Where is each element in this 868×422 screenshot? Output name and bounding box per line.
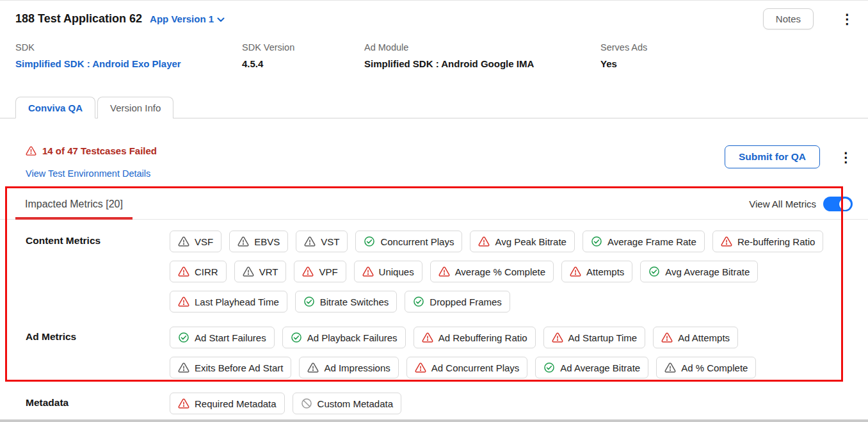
metric-chip-row: VSFEBVSVSTConcurrent PlaysAvg Peak Bitra… xyxy=(170,231,823,252)
title-group: 188 Test Application 62 App Version 1 xyxy=(15,12,225,26)
check-circle-icon xyxy=(303,296,315,307)
metric-chip[interactable]: Ad % Complete xyxy=(656,357,756,378)
check-circle-icon xyxy=(648,266,660,277)
metric-chip[interactable]: EBVS xyxy=(229,231,288,252)
metric-chip[interactable]: Exits Before Ad Start xyxy=(170,357,291,378)
metric-chip[interactable]: Re-buffering Ratio xyxy=(712,231,823,252)
chevron-down-icon xyxy=(217,13,225,24)
warning-triangle-icon xyxy=(422,332,433,343)
metric-group: MetadataRequired MetadataCustom Metadata xyxy=(26,393,853,414)
metric-chip-label: VSF xyxy=(195,236,213,247)
qa-status-left: 14 of 47 Testcases Failed View Test Envi… xyxy=(26,145,157,179)
tab-impacted-metrics[interactable]: Impacted Metrics [20] xyxy=(15,199,133,220)
sdk-version-label: SDK Version xyxy=(242,42,364,53)
metric-group-label: Ad Metrics xyxy=(26,327,170,378)
metric-chip[interactable]: Ad Concurrent Plays xyxy=(406,357,528,378)
metric-chip[interactable]: Ad Start Failures xyxy=(170,327,275,348)
metric-chip[interactable]: Uniques xyxy=(354,261,422,282)
notes-button[interactable]: Notes xyxy=(763,8,814,29)
metric-chip-label: Avg Average Bitrate xyxy=(665,266,750,277)
app-version-label: App Version 1 xyxy=(150,13,214,24)
ad-module-label: Ad Module xyxy=(364,42,600,53)
metric-chip[interactable]: Required Metadata xyxy=(170,393,285,414)
warning-triangle-icon xyxy=(178,236,189,247)
check-circle-icon xyxy=(178,332,189,343)
metric-chip[interactable]: Avg Average Bitrate xyxy=(640,261,758,282)
page-title: 188 Test Application 62 xyxy=(15,12,142,26)
warning-triangle-icon xyxy=(178,362,189,373)
metric-chip[interactable]: Ad Playback Failures xyxy=(282,327,406,348)
metric-chip[interactable]: Bitrate Switches xyxy=(295,291,398,312)
warning-triangle-icon xyxy=(415,362,426,373)
metric-chip-label: Last Playhead Time xyxy=(195,296,279,307)
app-detail-page: 188 Test Application 62 App Version 1 No… xyxy=(0,1,868,414)
info-col-ad-module: Ad Module Simplified SDK : Android Googl… xyxy=(364,42,600,70)
tab-version-info[interactable]: Version Info xyxy=(97,97,173,118)
metric-chip[interactable]: Ad Average Bitrate xyxy=(535,357,648,378)
warning-triangle-icon xyxy=(664,362,676,373)
warning-triangle-icon xyxy=(438,266,450,277)
metric-chip[interactable]: VRT xyxy=(234,261,287,282)
overflow-menu-icon[interactable]: ⋮ xyxy=(835,12,859,26)
tab-conviva-qa[interactable]: Conviva QA xyxy=(15,97,95,118)
metric-chip-label: Ad Startup Time xyxy=(568,332,638,343)
metric-chip-label: Ad Rebuffering Ratio xyxy=(438,332,527,343)
view-test-environment-link[interactable]: View Test Environment Details xyxy=(26,168,150,179)
check-circle-icon xyxy=(364,236,375,247)
metric-chip[interactable]: Attempts xyxy=(561,261,632,282)
qa-overflow-menu-icon[interactable]: ⋮ xyxy=(834,150,858,164)
metric-chip-label: VST xyxy=(321,236,339,247)
metric-chip[interactable]: VPF xyxy=(294,261,346,282)
metric-chip-label: Ad Attempts xyxy=(678,332,730,343)
metric-group-label: Content Metrics xyxy=(26,231,170,312)
metric-group-label: Metadata xyxy=(26,393,170,414)
metric-chip-label: EBVS xyxy=(254,236,280,247)
warning-triangle-icon xyxy=(362,266,374,277)
warning-triangle-icon xyxy=(302,266,314,277)
testcases-failed-text: 14 of 47 Testcases Failed xyxy=(42,145,157,156)
metric-chip[interactable]: VSF xyxy=(170,231,221,252)
warning-triangle-icon xyxy=(721,236,732,247)
warning-triangle-icon xyxy=(178,266,189,277)
metric-chip-label: Bitrate Switches xyxy=(320,296,389,307)
metric-chip-row: Required MetadataCustom Metadata xyxy=(170,393,401,414)
metric-chip[interactable]: VST xyxy=(296,231,348,252)
metric-chip[interactable]: CIRR xyxy=(170,261,227,282)
metric-chip-label: Ad Average Bitrate xyxy=(560,362,640,373)
metric-chip[interactable]: Avg Peak Bitrate xyxy=(470,231,574,252)
app-version-dropdown[interactable]: App Version 1 xyxy=(150,13,225,24)
info-col-sdk-version: SDK Version 4.5.4 xyxy=(242,42,364,70)
warning-triangle-icon xyxy=(661,332,673,343)
sdk-label: SDK xyxy=(15,42,242,53)
warning-triangle-icon xyxy=(478,236,490,247)
metric-chip-label: Ad Playback Failures xyxy=(307,332,398,343)
metric-chip-label: Ad Impressions xyxy=(324,362,390,373)
check-circle-icon xyxy=(291,332,302,343)
warning-triangle-icon xyxy=(243,266,254,277)
metric-chip-row: Last Playhead TimeBitrate SwitchesDroppe… xyxy=(170,291,823,312)
metric-chip[interactable]: Ad Impressions xyxy=(299,357,398,378)
metric-chip[interactable]: Ad Attempts xyxy=(653,327,738,348)
metric-chip[interactable]: Last Playhead Time xyxy=(170,291,287,312)
app-info-row: SDK Simplified SDK : Android Exo Player … xyxy=(0,29,868,70)
metric-chip-row: Exits Before Ad StartAd ImpressionsAd Co… xyxy=(170,357,756,378)
metric-chip-label: VPF xyxy=(319,266,337,277)
qa-status-bar: 14 of 47 Testcases Failed View Test Envi… xyxy=(0,118,868,179)
info-col-serves-ads: Serves Ads Yes xyxy=(600,42,853,70)
metric-chip-label: Custom Metadata xyxy=(317,398,393,409)
bottom-divider xyxy=(0,419,868,422)
metric-chip-label: Attempts xyxy=(586,266,624,277)
metric-chip[interactable]: Ad Startup Time xyxy=(543,327,646,348)
metric-chip-label: Avg Peak Bitrate xyxy=(495,236,566,247)
view-all-metrics-toggle[interactable] xyxy=(823,197,853,211)
metric-chip-label: Exits Before Ad Start xyxy=(195,362,283,373)
metric-chip[interactable]: Dropped Frames xyxy=(405,291,510,312)
metric-chip[interactable]: Average % Complete xyxy=(430,261,554,282)
metric-chip[interactable]: Average Frame Rate xyxy=(583,231,705,252)
sdk-link[interactable]: Simplified SDK : Android Exo Player xyxy=(15,58,181,69)
metric-chip[interactable]: Custom Metadata xyxy=(293,393,401,414)
metric-chip[interactable]: Ad Rebuffering Ratio xyxy=(414,327,536,348)
submit-for-qa-button[interactable]: Submit for QA xyxy=(725,145,820,168)
metric-chip[interactable]: Concurrent Plays xyxy=(355,231,462,252)
sdk-version-value: 4.5.4 xyxy=(242,58,364,69)
